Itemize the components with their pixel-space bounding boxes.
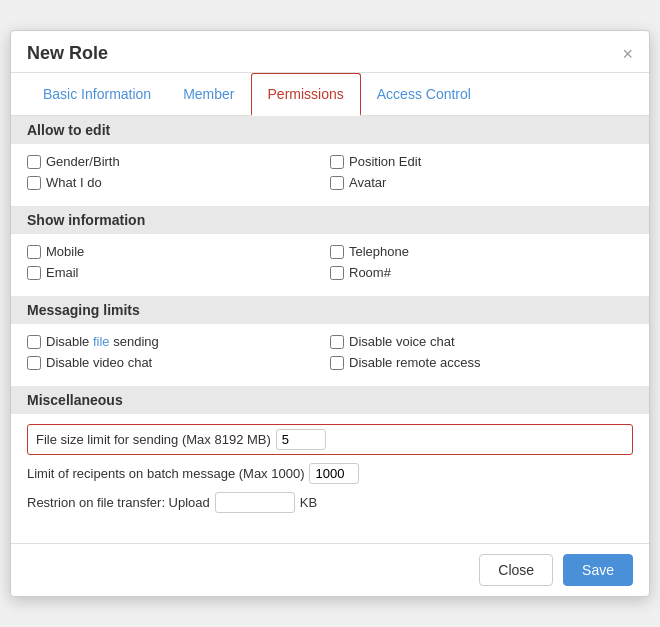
section-content-allow-to-edit: Gender/Birth Position Edit What I do Ava… [11, 144, 649, 206]
checkbox-disable-file-sending[interactable]: Disable file sending [27, 334, 330, 349]
close-button[interactable]: Close [479, 554, 553, 586]
checkbox-disable-remote-access-input[interactable] [330, 356, 344, 370]
section-header-show-information: Show information [11, 206, 649, 234]
checkbox-email-input[interactable] [27, 266, 41, 280]
tab-access-control[interactable]: Access Control [361, 73, 487, 116]
checkbox-telephone-input[interactable] [330, 245, 344, 259]
checkbox-avatar[interactable]: Avatar [330, 175, 633, 190]
checkbox-room-input[interactable] [330, 266, 344, 280]
restriction-file-transfer-label: Restrion on file transfer: Upload [27, 495, 210, 510]
checkbox-avatar-input[interactable] [330, 176, 344, 190]
section-content-messaging-limits: Disable file sending Disable voice chat … [11, 324, 649, 386]
modal-title: New Role [27, 43, 108, 64]
checkbox-disable-file-sending-input[interactable] [27, 335, 41, 349]
tab-member[interactable]: Member [167, 73, 250, 116]
misc-row-restriction-file-transfer: Restrion on file transfer: Upload KB [27, 492, 633, 513]
checkbox-gender-birth[interactable]: Gender/Birth [27, 154, 330, 169]
limit-recipients-input[interactable] [309, 463, 359, 484]
limit-recipients-label: Limit of recipents on batch message (Max… [27, 466, 304, 481]
tab-basic-information[interactable]: Basic Information [27, 73, 167, 116]
checkbox-telephone[interactable]: Telephone [330, 244, 633, 259]
section-content-miscellaneous: File size limit for sending (Max 8192 MB… [11, 414, 649, 531]
checkbox-disable-voice-chat[interactable]: Disable voice chat [330, 334, 633, 349]
modal-footer: Close Save [11, 543, 649, 596]
modal-body: Allow to edit Gender/Birth Position Edit… [11, 116, 649, 543]
tab-bar: Basic Information Member Permissions Acc… [11, 73, 649, 116]
modal-close-icon[interactable]: × [622, 45, 633, 63]
file-size-limit-input[interactable] [276, 429, 326, 450]
new-role-modal: New Role × Basic Information Member Perm… [10, 30, 650, 597]
section-content-show-information: Mobile Telephone Email Room# [11, 234, 649, 296]
checkbox-what-i-do[interactable]: What I do [27, 175, 330, 190]
checkbox-mobile[interactable]: Mobile [27, 244, 330, 259]
checkbox-position-edit-input[interactable] [330, 155, 344, 169]
section-header-allow-to-edit: Allow to edit [11, 116, 649, 144]
restriction-file-transfer-input[interactable] [215, 492, 295, 513]
checkbox-disable-video-chat[interactable]: Disable video chat [27, 355, 330, 370]
tab-permissions[interactable]: Permissions [251, 73, 361, 116]
misc-row-file-size-limit: File size limit for sending (Max 8192 MB… [27, 424, 633, 455]
save-button[interactable]: Save [563, 554, 633, 586]
checkbox-disable-remote-access[interactable]: Disable remote access [330, 355, 633, 370]
section-header-messaging-limits: Messaging limits [11, 296, 649, 324]
file-size-limit-label: File size limit for sending (Max 8192 MB… [36, 432, 271, 447]
modal-header: New Role × [11, 31, 649, 73]
checkbox-disable-video-chat-input[interactable] [27, 356, 41, 370]
misc-row-limit-recipients: Limit of recipents on batch message (Max… [27, 463, 633, 484]
checkbox-email[interactable]: Email [27, 265, 330, 280]
checkbox-disable-voice-chat-input[interactable] [330, 335, 344, 349]
checkbox-gender-birth-input[interactable] [27, 155, 41, 169]
checkbox-position-edit[interactable]: Position Edit [330, 154, 633, 169]
checkbox-mobile-input[interactable] [27, 245, 41, 259]
checkbox-room[interactable]: Room# [330, 265, 633, 280]
checkbox-what-i-do-input[interactable] [27, 176, 41, 190]
section-header-miscellaneous: Miscellaneous [11, 386, 649, 414]
restriction-file-transfer-unit: KB [300, 495, 317, 510]
